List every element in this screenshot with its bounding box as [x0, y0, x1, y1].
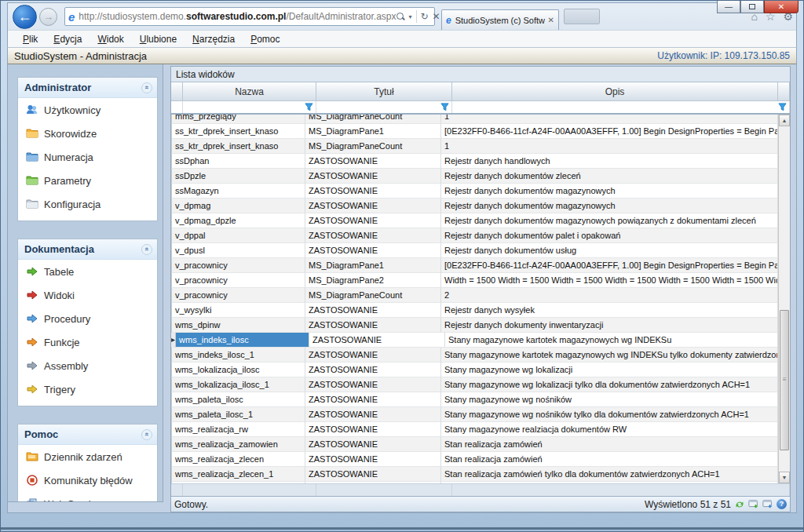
sidebar-item-trigery[interactable]: Trigery: [18, 377, 157, 401]
minimize-button[interactable]: —: [717, 1, 740, 13]
table-row[interactable]: wms_indeks_ilosc_1 ZASTOSOWANIE Stany ma…: [171, 348, 778, 363]
cell-tytul[interactable]: MS_DiagramPane2: [305, 273, 441, 288]
cell-tytul[interactable]: MS_DiagramPaneCount: [305, 288, 441, 303]
cell-nazwa[interactable]: wms_realizacja_zlecen_1: [172, 467, 305, 482]
sidebar-item-widoki[interactable]: Widoki: [18, 283, 157, 307]
table-row[interactable]: wms_paleta_ilosc_1 ZASTOSOWANIE Stany ma…: [171, 407, 778, 422]
cell-tytul[interactable]: ZASTOSOWANIE: [305, 303, 441, 318]
cell-opis[interactable]: Stany magazynowe wg nośników tylko dla d…: [441, 407, 778, 422]
close-button[interactable]: ✕: [764, 1, 799, 13]
column-header-tytul[interactable]: Tytuł: [316, 82, 452, 100]
cell-nazwa[interactable]: wms_realizacja_zlecen: [172, 452, 305, 467]
sidebar-item-parametry[interactable]: Parametry: [18, 169, 157, 192]
table-row[interactable]: wms_seria_ilosc_waga_1 ZASTOSOWANIE Stan…: [171, 482, 778, 483]
table-row[interactable]: wms_dpinw ZASTOSOWANIE Rejestr danych do…: [171, 318, 778, 333]
cell-opis[interactable]: Stany magazynowe wg lokalizacji: [441, 363, 778, 377]
cell-nazwa[interactable]: wms_seria_ilosc_waga_1: [172, 482, 305, 483]
cell-opis[interactable]: [0E232FF0-B466-11cf-A24F-00AA00A3EFFF, 1…: [441, 258, 778, 273]
cell-tytul[interactable]: ZASTOSOWANIE: [305, 184, 441, 199]
cell-tytul[interactable]: ZASTOSOWANIE: [305, 169, 441, 184]
cell-opis[interactable]: Stan realizacja zamówień: [441, 452, 778, 467]
sidebar-item-komunikaty-bledow[interactable]: Komunikaty błędów: [18, 468, 157, 492]
export-window-icon[interactable]: [762, 499, 773, 510]
cell-tytul[interactable]: ZASTOSOWANIE: [305, 213, 441, 228]
refresh-icon[interactable]: [734, 499, 745, 510]
cell-tytul[interactable]: ZASTOSOWANIE: [305, 482, 441, 483]
cell-tytul[interactable]: MS_DiagramPaneCount: [305, 115, 441, 124]
collapse-icon[interactable]: «: [141, 429, 152, 440]
scroll-down-icon[interactable]: ▼: [779, 472, 790, 483]
table-row[interactable]: wms_realizacja_rw ZASTOSOWANIE Stany mag…: [171, 422, 778, 437]
cell-opis[interactable]: Rejestr danych dokumentów magazynowych: [441, 184, 778, 199]
cell-nazwa[interactable]: ssMagazyn: [172, 184, 305, 199]
table-row[interactable]: ssDpzle ZASTOSOWANIE Rejestr danych doku…: [171, 169, 778, 184]
cell-opis[interactable]: Stany magazynowe realziacja dokumentów R…: [441, 422, 778, 437]
vertical-scrollbar[interactable]: ▲ ▼: [778, 115, 790, 483]
cell-tytul[interactable]: ZASTOSOWANIE: [305, 377, 441, 392]
cell-nazwa[interactable]: ss_ktr_dprek_insert_knaso: [172, 124, 305, 139]
cell-nazwa[interactable]: ssDphan: [172, 154, 305, 169]
sidebar-item-skorowidze[interactable]: Skorowidze: [18, 122, 157, 145]
cell-opis[interactable]: Rejestr danych dokumentów magazynowych: [441, 199, 778, 213]
cell-nazwa[interactable]: wms_indeks_ilosc_1: [172, 348, 305, 363]
sidebar-item-web-service[interactable]: Web Service: [18, 492, 157, 502]
table-row[interactable]: ss_ktr_dprek_insert_knaso MS_DiagramPane…: [171, 124, 778, 139]
table-row[interactable]: v_dpmag ZASTOSOWANIE Rejestr danych doku…: [171, 199, 778, 213]
panel-header-administrator[interactable]: Administrator «: [18, 78, 157, 98]
table-row[interactable]: wms_paleta_ilosc ZASTOSOWANIE Stany maga…: [171, 392, 778, 407]
cell-nazwa[interactable]: wms_lokalizacja_ilosc: [172, 363, 305, 377]
cell-nazwa[interactable]: v_wysylki: [172, 303, 305, 318]
table-row[interactable]: wms_realizacja_zamowien ZASTOSOWANIE Sta…: [171, 437, 778, 452]
sidebar-item-procedury[interactable]: Procedury: [18, 307, 157, 330]
cell-opis[interactable]: Stany magazynowe kartotek magazynowych w…: [445, 333, 778, 348]
panel-header-pomoc[interactable]: Pomoc «: [18, 425, 157, 445]
table-row[interactable]: wms_realizacja_zlecen ZASTOSOWANIE Stan …: [171, 452, 778, 467]
table-row[interactable]: ss_ktr_dprek_insert_knaso MS_DiagramPane…: [171, 139, 778, 154]
cell-nazwa[interactable]: wms_paleta_ilosc: [172, 392, 305, 407]
column-header-nazwa[interactable]: Nazwa: [183, 82, 316, 100]
table-row[interactable]: ▸ wms_indeks_ilosc ZASTOSOWANIE Stany ma…: [171, 333, 778, 348]
cell-opis[interactable]: Rejestr danych dokumentów usług: [441, 243, 778, 258]
cell-nazwa[interactable]: v_dppal: [172, 228, 305, 243]
cell-tytul[interactable]: ZASTOSOWANIE: [305, 452, 441, 467]
cell-opis[interactable]: 1: [441, 139, 778, 154]
column-header-opis[interactable]: Opis: [452, 82, 778, 100]
cell-tytul[interactable]: ZASTOSOWANIE: [305, 243, 441, 258]
filter-input-tytul[interactable]: [316, 101, 452, 113]
cell-tytul[interactable]: ZASTOSOWANIE: [305, 154, 441, 169]
cell-nazwa[interactable]: wms_realizacja_rw: [172, 422, 305, 437]
refresh-icon[interactable]: ↻: [421, 11, 429, 22]
table-row[interactable]: wms_lokalizacja_ilosc ZASTOSOWANIE Stany…: [171, 363, 778, 377]
cell-opis[interactable]: Stan realizacja zamówień tylko dla dokum…: [441, 467, 778, 482]
filter-input-opis[interactable]: [452, 101, 790, 113]
cell-tytul[interactable]: MS_DiagramPane1: [305, 258, 441, 273]
cell-opis[interactable]: Stany magazynowe kartotek magazynowych w…: [441, 348, 778, 363]
cell-opis[interactable]: Rejestr danych handlowych: [441, 154, 778, 169]
table-row[interactable]: ssMagazyn ZASTOSOWANIE Rejestr danych do…: [171, 184, 778, 199]
menu-narzedzia[interactable]: Narzędzia: [185, 32, 242, 46]
cell-opis[interactable]: Rejestr danych dokumentów zleceń: [441, 169, 778, 184]
sidebar-item-tabele[interactable]: Tabele: [18, 260, 157, 283]
table-row[interactable]: v_wysylki ZASTOSOWANIE Rejestr danych wy…: [171, 303, 778, 318]
scrollbar-thumb[interactable]: [780, 310, 789, 450]
cell-opis[interactable]: Stan realizacja zamówień: [441, 437, 778, 452]
cell-tytul[interactable]: ZASTOSOWANIE: [305, 228, 441, 243]
collapse-icon[interactable]: «: [141, 82, 152, 93]
cell-tytul[interactable]: ZASTOSOWANIE: [305, 437, 441, 452]
forward-button[interactable]: →: [39, 8, 57, 26]
cell-tytul[interactable]: ZASTOSOWANIE: [305, 363, 441, 377]
cell-nazwa[interactable]: v_pracownicy: [172, 288, 305, 303]
cell-tytul[interactable]: ZASTOSOWANIE: [305, 199, 441, 213]
back-button[interactable]: ←: [13, 5, 37, 29]
help-icon[interactable]: ?: [777, 499, 787, 509]
cell-nazwa[interactable]: ss_ktr_dprek_insert_knaso: [172, 139, 305, 154]
panel-header-dokumentacja[interactable]: Dokumentacja «: [18, 239, 157, 260]
sidebar-item-funkcje[interactable]: Funkcje: [18, 330, 157, 354]
maximize-button[interactable]: [740, 1, 764, 13]
cell-tytul[interactable]: MS_DiagramPane1: [305, 124, 441, 139]
sidebar-item-dziennik-zdarzen[interactable]: Dziennik zdarzeń: [18, 445, 157, 468]
menu-widok[interactable]: Widok: [90, 32, 130, 46]
cell-nazwa[interactable]: wms_lokalizacja_ilosc_1: [172, 377, 305, 392]
menu-plik[interactable]: Plik: [16, 32, 45, 46]
address-bar[interactable]: e http://studiosystem.demo.softwarestudi…: [64, 7, 435, 26]
